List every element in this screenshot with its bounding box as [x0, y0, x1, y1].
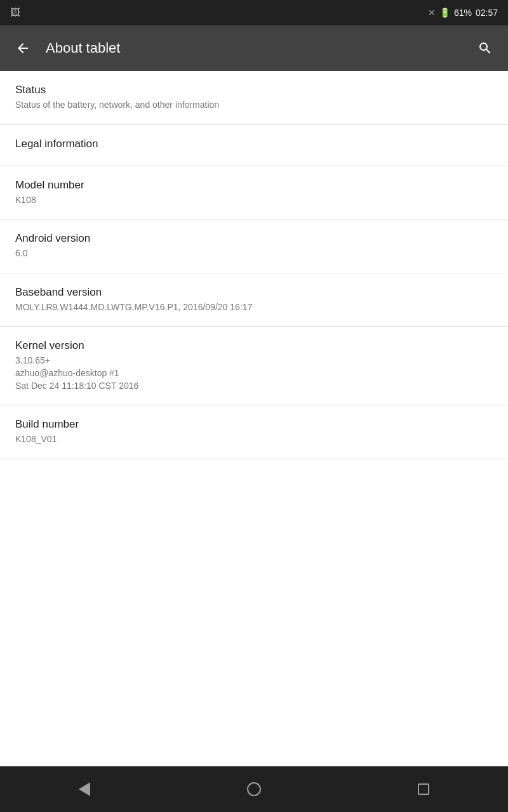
- status-bar-left: 🖼: [10, 7, 423, 18]
- home-circle-icon: [247, 782, 261, 796]
- settings-list: Status Status of the battery, network, a…: [0, 71, 508, 766]
- search-button[interactable]: [472, 36, 498, 61]
- legal-title: Legal information: [15, 138, 493, 150]
- battery-percent: 61%: [454, 8, 472, 18]
- settings-item-baseband: Baseband version MOLY.LR9.W1444.MD.LWTG.…: [0, 273, 508, 327]
- status-bar-right: ✕ 🔋 61% 02:57: [428, 8, 498, 18]
- status-subtitle: Status of the battery, network, and othe…: [15, 99, 493, 112]
- no-sim-icon: ✕: [428, 8, 436, 18]
- baseband-title: Baseband version: [15, 286, 493, 299]
- time: 02:57: [476, 8, 498, 18]
- settings-item-build: Build number K108_V01: [0, 405, 508, 459]
- app-bar: About tablet: [0, 25, 508, 71]
- settings-item-legal[interactable]: Legal information: [0, 125, 508, 166]
- empty-space: [0, 459, 508, 650]
- back-button[interactable]: [10, 36, 36, 61]
- model-title: Model number: [15, 179, 493, 192]
- build-title: Build number: [15, 418, 493, 431]
- status-bar: 🖼 ✕ 🔋 61% 02:57: [0, 0, 508, 25]
- notification-icon: 🖼: [10, 7, 20, 18]
- nav-back-button[interactable]: [59, 770, 110, 808]
- recents-square-icon: [418, 783, 429, 795]
- android-title: Android version: [15, 232, 493, 245]
- kernel-value: 3.10.65+ azhuo@azhuo-desktop #1 Sat Dec …: [15, 355, 493, 392]
- page-title: About tablet: [46, 40, 472, 56]
- settings-item-kernel: Kernel version 3.10.65+ azhuo@azhuo-desk…: [0, 327, 508, 405]
- nav-home-button[interactable]: [229, 770, 279, 808]
- baseband-value: MOLY.LR9.W1444.MD.LWTG.MP.V16.P1, 2016/0…: [15, 301, 493, 314]
- build-value: K108_V01: [15, 433, 493, 446]
- nav-recents-button[interactable]: [398, 770, 449, 808]
- battery-icon: 🔋: [439, 8, 450, 18]
- model-value: K108: [15, 194, 493, 207]
- back-triangle-icon: [79, 782, 90, 796]
- settings-item-android: Android version 6.0: [0, 219, 508, 273]
- settings-item-model: Model number K108: [0, 166, 508, 220]
- status-title: Status: [15, 84, 493, 96]
- settings-item-status[interactable]: Status Status of the battery, network, a…: [0, 71, 508, 125]
- android-value: 6.0: [15, 247, 493, 260]
- kernel-title: Kernel version: [15, 339, 493, 352]
- navigation-bar: [0, 766, 508, 812]
